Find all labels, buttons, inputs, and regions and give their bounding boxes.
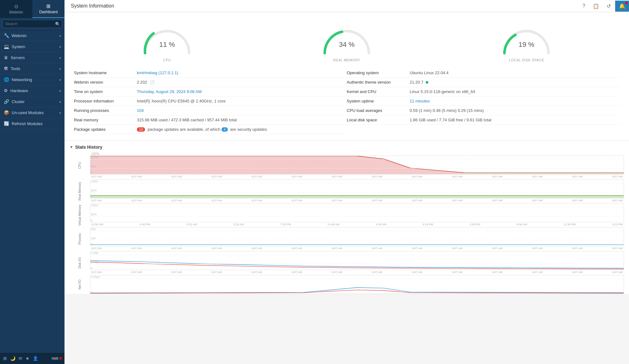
sidebar-tabs: ⊙ Webmin ⊞ Dashboard: [0, 0, 65, 18]
search-input[interactable]: [3, 20, 62, 28]
netio-chart-canvas: 5 Kbps 0: [90, 275, 624, 294]
search-box: 🔍: [0, 18, 65, 30]
hardware-icon: ⚙: [4, 88, 8, 93]
sidebar-item-webmin[interactable]: 🔧 Webmin ◂: [0, 30, 65, 41]
diskio-chart-label: Disk I/O: [70, 251, 90, 274]
info-webmin-version: Webmin version 2.202 📄: [74, 78, 347, 87]
hostname-val[interactable]: kmtrhvkiwg (127.0.1.1): [137, 70, 178, 75]
chevron-right-icon-8: ◂: [59, 111, 61, 114]
sidebar-item-hardware[interactable]: ⚙ Hardware ◂: [0, 85, 65, 96]
chevron-right-icon-2: ◂: [59, 45, 61, 48]
topbar: System Information ? 📋 ↺ 🔔: [65, 0, 629, 12]
memory-chart-times: 9:07 AM9:07 AM9:07 AM9:07 AM9:07 AM9:07 …: [90, 198, 624, 203]
process-chart-canvas: 200 100 0: [90, 227, 624, 246]
search-icon[interactable]: 🔍: [55, 22, 60, 26]
webmin-version-key: Webmin version: [74, 80, 137, 85]
webmin-nav-icon: 🔧: [4, 33, 9, 38]
sidebar-item-tools[interactable]: 🛠 Tools ◂: [0, 63, 65, 74]
sidebar-item-system[interactable]: 💻 System ◂: [0, 41, 65, 52]
memory-chart-area: 100% 50% 0 9:07 AM9:07 AM9:07 AM9:07 AM9…: [90, 179, 624, 203]
processes-val[interactable]: 104: [137, 108, 144, 113]
theme-key: Authentic theme version: [347, 80, 410, 85]
sidebar-item-unused-modules[interactable]: 📦 Un-used Modules ◂: [0, 107, 65, 118]
chevron-right-icon-7: ◂: [59, 100, 61, 103]
diskio-chart-times: 9:07 AM9:07 AM9:07 AM9:07 AM9:07 AM9:07 …: [90, 270, 624, 274]
chevron-right-icon-5: ◂: [59, 78, 61, 81]
help-icon[interactable]: ?: [579, 1, 588, 11]
vmemory-chart-canvas: 100% 50% 0: [90, 203, 624, 222]
grid-icon[interactable]: ⊞: [3, 355, 8, 361]
sidebar-item-refresh-modules[interactable]: 🔄 Refresh Modules: [0, 118, 65, 129]
chevron-right-icon-4: ◂: [59, 67, 61, 70]
info-uptime: System uptime 11 minutes: [347, 97, 620, 106]
sidebar-item-networking[interactable]: 🌐 Networking ◂: [0, 74, 65, 85]
dashboard-icon: ⊞: [35, 3, 62, 9]
servers-icon: 🖥: [4, 55, 8, 60]
process-chart-row: Process 200 100 0 9:07 AM9:07 AM9:07 AM9…: [70, 227, 624, 251]
info-processes: Running processes 104: [74, 106, 347, 115]
main-content: System Information ? 📋 ↺ 🔔: [65, 0, 629, 364]
processor-key: Processor information: [74, 99, 137, 103]
vmemory-chart-label: Virtual Memory: [70, 203, 90, 227]
process-chart-label: Process: [70, 227, 90, 251]
stats-history-section: ▼ Stats History CPU 100% 100% 50% 0: [65, 141, 629, 294]
disk-key: Local disk space: [347, 118, 410, 122]
info-os: Operating system Ubuntu Linux 22.04.4: [347, 68, 620, 78]
system-icon: 💻: [4, 44, 9, 49]
package-count-badge: 13: [137, 127, 145, 132]
cpu-gauge: 11 % CPU: [139, 19, 195, 62]
refresh-modules-icon: 🔄: [4, 121, 9, 126]
sidebar-item-servers[interactable]: 🖥 Servers ◂: [0, 52, 65, 63]
info-time: Time on system Thursday, August 29, 2024…: [74, 87, 347, 97]
sidebar-item-hardware-label: Hardware: [10, 88, 28, 93]
info-grid: System hostname kmtrhvkiwg (127.0.1.1) W…: [65, 65, 629, 141]
svg-text:19 %: 19 %: [519, 41, 534, 48]
memory-chart-canvas: 100% 50% 0: [90, 179, 624, 198]
processor-val: Intel(R) Xeon(R) CPU E5645 @ 2.40GHz, 1 …: [137, 99, 226, 103]
os-val: Ubuntu Linux 22.04.4: [410, 70, 449, 75]
nav-list: 🔧 Webmin ◂ 💻 System ◂ 🖥 Servers ◂ 🛠 Tool…: [0, 30, 65, 352]
webmin-icon: ⊙: [3, 3, 30, 9]
vmemory-chart-times: 12:00 AM4:45 PM9:31 AM2:16 AM7:02 PM11:4…: [90, 222, 624, 227]
clipboard-icon[interactable]: 📋: [590, 1, 602, 12]
stats-history-header[interactable]: ▼ Stats History: [70, 145, 624, 150]
copy-icon[interactable]: 📄: [150, 80, 155, 85]
sidebar-item-servers-label: Servers: [11, 55, 25, 60]
info-hostname: System hostname kmtrhvkiwg (127.0.1.1): [74, 68, 347, 78]
page-title: System Information: [65, 0, 579, 12]
process-chart-times: 9:07 AM9:07 AM9:07 AM9:07 AM9:07 AM9:07 …: [90, 246, 624, 251]
uptime-val[interactable]: 11 minutes: [410, 99, 430, 103]
memory-gauge: 34 % REAL MEMORY: [318, 19, 375, 62]
theme-status-dot: [426, 81, 428, 84]
diskio-chart-row: Disk I/O 2 MiB 1 MiB 0 9: [70, 251, 624, 274]
cluster-icon: 🔗: [4, 99, 9, 104]
webmin-version-val: 2.202 📄: [137, 80, 155, 85]
kernel-val: Linux 5.15.0-118-generic on x86_64: [410, 89, 475, 94]
time-key: Time on system: [74, 89, 137, 94]
uptime-key: System uptime: [347, 99, 410, 103]
chevron-right-icon: ◂: [59, 34, 61, 37]
user-badge: root: [52, 356, 62, 361]
sidebar-bottom: ⊞ 🌙 ✉ ★ 👤 root: [0, 352, 65, 364]
info-col-right: Operating system Ubuntu Linux 22.04.4 Au…: [347, 68, 620, 134]
time-val[interactable]: Thursday, August 29, 2024 9:08 AM: [137, 89, 202, 94]
gauges-row: 11 % CPU 34 % REAL MEMORY: [65, 12, 629, 65]
tab-webmin[interactable]: ⊙ Webmin: [0, 0, 32, 18]
disk-gauge-svg: 19 %: [498, 19, 555, 56]
diskio-chart-canvas: 2 MiB 1 MiB 0: [90, 251, 624, 270]
notification-button[interactable]: 🔔: [615, 1, 629, 12]
diskio-chart-area: 2 MiB 1 MiB 0 9:07 AM9:07 AM9:07 AM9:07 …: [90, 251, 624, 274]
sidebar-item-system-label: System: [12, 44, 25, 49]
star-icon[interactable]: ★: [25, 355, 30, 361]
moon-icon[interactable]: 🌙: [9, 355, 16, 361]
memory-chart-label: Real Memory: [70, 179, 90, 203]
mail-icon[interactable]: ✉: [18, 355, 23, 361]
refresh-icon[interactable]: ↺: [604, 1, 614, 12]
packages-val: 13 package updates are available, of whi…: [137, 127, 267, 132]
sidebar-item-tools-label: Tools: [11, 66, 20, 71]
sidebar-item-cluster[interactable]: 🔗 Cluster ◂: [0, 96, 65, 107]
stats-collapse-icon: ▼: [70, 145, 73, 149]
user-icon[interactable]: 👤: [32, 355, 39, 361]
tab-dashboard[interactable]: ⊞ Dashboard: [32, 0, 65, 18]
theme-val: 21.20.7: [410, 80, 428, 85]
